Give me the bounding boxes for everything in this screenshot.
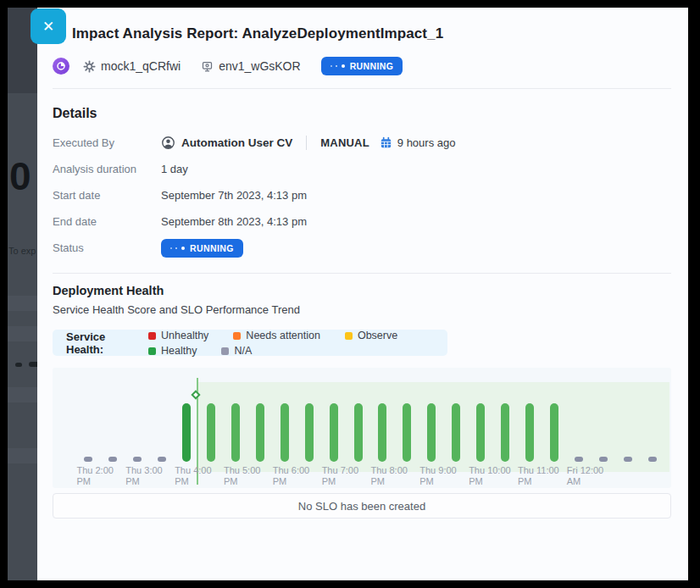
- detail-value: September 8th 2023, 4:13 pm: [161, 215, 307, 228]
- health-bar-thu-5-30-pm[interactable]: [256, 403, 264, 462]
- environment-name: env1_wGsKOR: [219, 59, 300, 73]
- running-dot-icon: [175, 247, 177, 249]
- running-dot-icon: [331, 65, 332, 67]
- detail-value: 1 day: [161, 163, 188, 175]
- health-bar-thu-11-00-pm[interactable]: [525, 403, 534, 462]
- dimmed-background: 0 To exp: [8, 8, 37, 580]
- x-axis-tick-label: Thu 7:00PM: [322, 465, 358, 487]
- page-title: Impact Analysis Report: AnalyzeDeploymen…: [72, 25, 671, 42]
- legend-label: N/A: [234, 345, 252, 357]
- legend-label: Healthy: [161, 345, 197, 357]
- health-bar-thu-7-30-pm[interactable]: [354, 403, 363, 462]
- status-badge: RUNNING: [161, 239, 243, 258]
- calendar-icon: [380, 136, 392, 149]
- x-axis-tick-label: Thu 3:00PM: [125, 465, 162, 487]
- health-bar-thu-9-30-pm[interactable]: [452, 403, 460, 462]
- running-dot-icon: [181, 247, 185, 250]
- report-meta-row: mock1_qCRfwi env1_wGsKOR: [53, 57, 671, 75]
- legend-title: Service Health:: [66, 330, 126, 356]
- screen: 0 To exp ✕ Impact Analysis Report: Analy…: [0, 0, 700, 588]
- health-bar-thu-5-00-pm[interactable]: [231, 403, 240, 462]
- health-bar-thu-2-30-pm[interactable]: [108, 457, 117, 462]
- legend-swatch-icon: [221, 347, 229, 355]
- health-bar-thu-6-30-pm[interactable]: [305, 403, 314, 462]
- close-button[interactable]: ✕: [31, 8, 66, 44]
- detail-row-analysis-duration: Analysis duration 1 day: [53, 156, 671, 182]
- impact-analysis-icon: [53, 58, 69, 75]
- running-dot-icon: [336, 65, 337, 67]
- x-axis-tick-label: Thu 8:00PM: [370, 465, 407, 487]
- health-bar-fri-12-30-am[interactable]: [599, 457, 608, 462]
- health-bar-fri-1-30-am[interactable]: [648, 457, 657, 462]
- x-axis-tick-label: Thu 10:00PM: [469, 465, 511, 487]
- detail-value: Automation User CV MANUAL: [161, 136, 455, 150]
- legend-item-needs-attention: Needs attention: [233, 330, 320, 341]
- environment-link[interactable]: env1_wGsKOR: [201, 59, 300, 73]
- detail-label: Analysis duration: [53, 163, 161, 175]
- health-bar-thu-4-30-pm[interactable]: [207, 403, 215, 462]
- health-bar-thu-2-00-pm[interactable]: [84, 457, 92, 462]
- legend-swatch-icon: [345, 332, 353, 340]
- health-bar-thu-3-30-pm[interactable]: [158, 457, 166, 462]
- legend-label: Needs attention: [246, 330, 320, 341]
- health-bar-thu-10-30-pm[interactable]: [501, 403, 509, 462]
- background-row: [8, 448, 37, 463]
- x-axis-tick-label: Thu 4:00PM: [175, 465, 211, 487]
- background-row: [8, 296, 37, 311]
- legend-item-unhealthy: Unhealthy: [148, 330, 208, 341]
- executed-time: 9 hours ago: [380, 136, 456, 149]
- x-axis-tick-label: Thu 2:00PM: [76, 465, 113, 487]
- running-dot-icon: [170, 247, 172, 249]
- background-shape: [29, 362, 37, 367]
- background-big-number: 0: [9, 153, 31, 199]
- x-axis-tick-label: Thu 9:00PM: [419, 465, 456, 487]
- health-bar-thu-4-00-pm[interactable]: [182, 403, 191, 462]
- health-bar-fri-12-00-am[interactable]: [575, 457, 583, 462]
- health-bar-thu-6-00-pm[interactable]: [281, 403, 289, 462]
- detail-label: End date: [53, 215, 161, 228]
- user-icon: [161, 136, 175, 150]
- trigger-type: MANUAL: [320, 136, 369, 149]
- health-bar-thu-9-00-pm[interactable]: [427, 403, 436, 462]
- deployment-health-subtitle: Service Health Score and SLO Performance…: [53, 303, 671, 316]
- legend-item-observe: Observe: [345, 330, 397, 341]
- details-heading: Details: [53, 106, 671, 121]
- legend-swatch-icon: [148, 332, 156, 340]
- status-badge-label: RUNNING: [350, 61, 394, 71]
- detail-row-executed-by: Executed By Automation User CV MANUAL: [53, 130, 671, 156]
- health-bar-fri-1-00-am[interactable]: [624, 457, 632, 462]
- detail-label: Executed By: [53, 136, 161, 149]
- section-divider: [53, 273, 671, 274]
- health-bar-thu-10-00-pm[interactable]: [476, 403, 485, 462]
- executed-by-name: Automation User CV: [181, 136, 292, 149]
- legend-swatch-icon: [148, 347, 156, 355]
- x-axis-tick-label: Thu 11:00PM: [518, 465, 559, 487]
- legend-item-n-a: N/A: [221, 345, 252, 357]
- health-bar-thu-11-30-pm[interactable]: [550, 403, 558, 462]
- legend-item-healthy: Healthy: [148, 345, 197, 357]
- close-icon: ✕: [42, 18, 54, 35]
- health-bar-thu-7-00-pm[interactable]: [330, 403, 338, 462]
- detail-label: Status: [53, 241, 161, 254]
- slo-empty-message: No SLO has been created: [298, 500, 425, 513]
- impact-analysis-drawer: Impact Analysis Report: AnalyzeDeploymen…: [37, 8, 688, 580]
- detail-row-end-date: End date September 8th 2023, 4:13 pm: [53, 208, 671, 235]
- health-bar-thu-3-00-pm[interactable]: [133, 457, 142, 462]
- header-divider: [53, 88, 671, 89]
- health-bar-thu-8-00-pm[interactable]: [378, 403, 386, 462]
- pie-glyph-icon: [56, 61, 66, 71]
- health-bar-thu-8-30-pm[interactable]: [403, 403, 411, 462]
- background-shape: [15, 363, 22, 367]
- x-axis-tick-label: Thu 6:00PM: [273, 465, 309, 487]
- detail-value: September 7th 2023, 4:13 pm: [161, 189, 307, 202]
- x-axis-tick-label: Thu 5:00PM: [224, 465, 260, 487]
- vertical-separator: [306, 136, 307, 150]
- service-link[interactable]: mock1_qCRfwi: [83, 59, 181, 73]
- legend-label: Unhealthy: [161, 330, 208, 341]
- detail-row-status: Status RUNNING: [53, 235, 671, 261]
- status-badge: RUNNING: [321, 57, 403, 75]
- legend-swatch-icon: [233, 332, 241, 340]
- background-row: [8, 387, 37, 402]
- detail-label: Start date: [53, 189, 161, 202]
- detail-value: RUNNING: [161, 239, 243, 258]
